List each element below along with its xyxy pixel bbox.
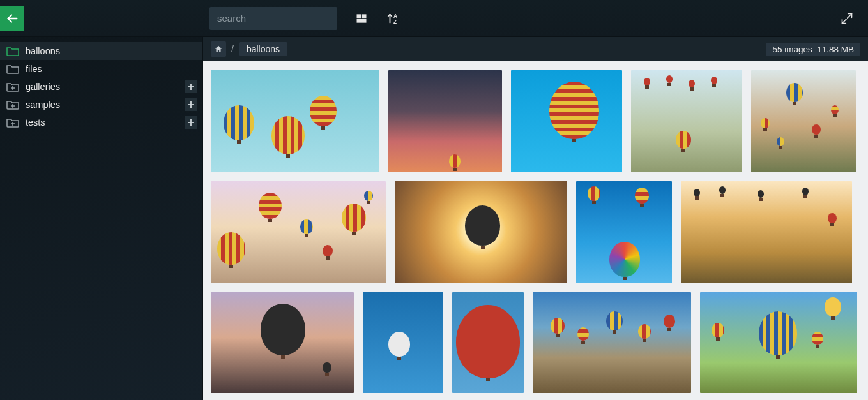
main-panel: / balloons 55 images 11.88 MB — [203, 37, 868, 400]
balloon-shape — [777, 137, 784, 146]
folder-icon — [6, 64, 19, 74]
balloon-shape — [323, 362, 331, 373]
add-subfolder-button[interactable] — [185, 98, 197, 111]
search-wrap — [209, 7, 337, 30]
balloon-shape — [638, 324, 651, 339]
balloon-shape — [364, 191, 373, 201]
image-count: 55 images — [772, 45, 812, 54]
balloon-shape — [644, 78, 650, 85]
breadcrumb-separator: / — [231, 44, 234, 54]
balloon-shape — [786, 83, 803, 102]
grid-layout-icon — [355, 12, 368, 25]
fullscreen-button[interactable] — [837, 9, 857, 28]
image-thumbnail[interactable] — [511, 70, 622, 172]
balloon-shape — [588, 186, 600, 201]
balloon-shape — [465, 205, 500, 246]
breadcrumb-current: balloons — [239, 42, 287, 56]
svg-text:Z: Z — [393, 19, 397, 25]
balloon-shape — [812, 124, 821, 135]
folder-stats: 55 images 11.88 MB — [766, 43, 860, 56]
plus-icon — [187, 83, 195, 91]
balloon-shape — [635, 188, 649, 204]
sidebar-item-tests[interactable]: tests — [0, 114, 202, 131]
sidebar-item-label: balloons — [26, 46, 60, 56]
image-thumbnail[interactable] — [363, 292, 443, 393]
balloon-shape — [828, 213, 837, 223]
add-subfolder-button[interactable] — [185, 116, 197, 129]
sidebar-item-samples[interactable]: samples — [0, 96, 202, 114]
balloon-shape — [761, 118, 770, 128]
sidebar: balloonsfilesgalleriessamplestests — [0, 37, 203, 400]
balloon-shape — [551, 318, 565, 334]
balloon-shape — [606, 311, 623, 330]
balloon-shape — [711, 77, 717, 84]
image-thumbnail[interactable] — [211, 70, 379, 172]
sidebar-item-label: galleries — [26, 82, 60, 92]
balloon-shape — [259, 193, 282, 219]
balloon-shape — [802, 188, 809, 195]
balloon-shape — [676, 131, 691, 149]
balloon-shape — [759, 311, 797, 355]
svg-text:A: A — [393, 13, 397, 19]
image-thumbnail[interactable] — [452, 292, 524, 393]
svg-rect-2 — [362, 14, 367, 18]
gallery[interactable] — [203, 61, 868, 400]
gallery-row — [211, 181, 860, 283]
image-thumbnail[interactable] — [681, 181, 852, 283]
home-icon — [214, 45, 223, 54]
folder-icon — [6, 117, 19, 128]
balloon-shape — [664, 315, 675, 328]
balloon-shape — [449, 154, 461, 168]
plus-icon — [187, 119, 195, 126]
svg-rect-3 — [357, 19, 367, 22]
add-subfolder-button[interactable] — [185, 80, 197, 93]
svg-rect-1 — [357, 14, 362, 18]
balloon-shape — [694, 189, 700, 196]
balloon-shape — [217, 232, 245, 265]
topbar: A Z — [0, 0, 868, 37]
balloon-shape — [224, 105, 254, 140]
breadcrumb-home[interactable] — [211, 41, 226, 57]
balloon-shape — [271, 116, 305, 154]
image-thumbnail[interactable] — [211, 181, 386, 283]
image-thumbnail[interactable] — [211, 292, 354, 393]
plus-icon — [187, 101, 195, 108]
folder-icon — [6, 46, 19, 56]
back-button[interactable] — [0, 6, 24, 31]
balloon-shape — [758, 190, 764, 198]
image-thumbnail[interactable] — [395, 181, 567, 283]
folder-size: 11.88 MB — [817, 45, 854, 54]
image-thumbnail[interactable] — [576, 181, 672, 283]
sort-button[interactable]: A Z — [382, 7, 405, 30]
balloon-shape — [689, 80, 695, 87]
sidebar-item-balloons[interactable]: balloons — [0, 42, 202, 60]
sort-az-icon: A Z — [386, 11, 400, 26]
balloon-shape — [719, 186, 726, 194]
image-thumbnail[interactable] — [700, 292, 857, 393]
balloon-shape — [300, 219, 313, 234]
balloon-shape — [549, 82, 599, 139]
image-thumbnail[interactable] — [631, 70, 742, 172]
image-thumbnail[interactable] — [533, 292, 691, 393]
breadcrumb-bar: / balloons 55 images 11.88 MB — [203, 37, 868, 61]
fullscreen-icon — [841, 12, 853, 25]
image-thumbnail[interactable] — [751, 70, 856, 172]
svg-line-7 — [842, 19, 847, 24]
balloon-shape — [831, 105, 839, 114]
folder-icon — [6, 82, 19, 92]
balloon-shape — [342, 204, 366, 232]
sidebar-item-files[interactable]: files — [0, 60, 202, 78]
arrow-left-icon — [5, 11, 19, 26]
gallery-row — [211, 292, 860, 393]
layout-toggle-button[interactable] — [350, 7, 373, 30]
balloon-shape — [323, 245, 333, 256]
sidebar-item-label: samples — [26, 100, 60, 110]
folder-icon — [6, 100, 19, 110]
svg-line-6 — [848, 14, 852, 19]
balloon-shape — [609, 242, 640, 277]
balloon-shape — [825, 297, 841, 316]
balloon-shape — [388, 332, 410, 357]
search-input[interactable] — [209, 7, 337, 30]
image-thumbnail[interactable] — [388, 70, 502, 172]
sidebar-item-galleries[interactable]: galleries — [0, 78, 202, 96]
